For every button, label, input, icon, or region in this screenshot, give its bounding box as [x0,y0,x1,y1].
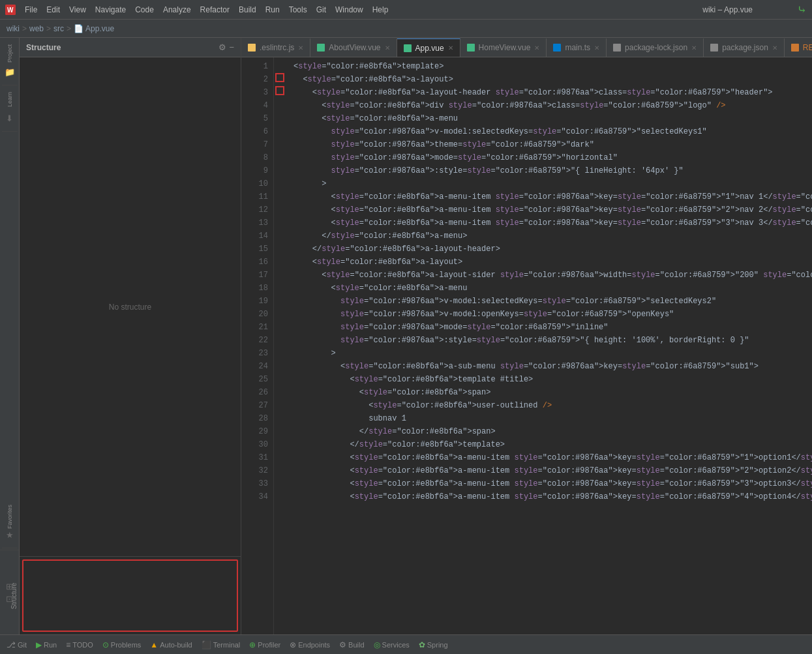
structure-title: Structure [26,43,61,52]
favorites-label: Favorites [7,505,13,529]
tab-icon-aboutview [317,44,325,52]
bottom-profiler[interactable]: ⊕ Profiler [245,639,284,651]
structure-bottom-section: Structure [20,556,241,634]
close-tab-packagejson[interactable]: ✕ [772,44,777,52]
project-section: Project 📁 [2,40,18,85]
close-tab-maints[interactable]: ✕ [594,44,599,52]
run-icon: ▶ [36,640,42,649]
tab-icon-packagejson [710,44,718,52]
tab-appvue[interactable]: App.vue ✕ [397,38,460,57]
settings-icon[interactable]: ⚙ [218,42,226,52]
menu-analyze[interactable]: Analyze [159,4,195,16]
bottom-bar: ⎇ Git ▶ Run ≡ TODO ⊙ Problems ▲ Auto-bui… [0,634,812,654]
tab-homeview[interactable]: HomeView.vue ✕ [460,38,547,57]
close-tab-appvue[interactable]: ✕ [448,44,453,52]
tab-readme[interactable]: README.md ✕ [785,38,812,57]
endpoints-icon: ⊗ [290,640,296,649]
learn-icon[interactable]: ⬇ [2,110,18,126]
close-tab-eslintrc[interactable]: ✕ [298,44,303,52]
tab-icon-readme [791,44,799,52]
folder-icon[interactable]: 📁 [2,64,18,80]
todo-icon: ≡ [66,640,70,649]
menu-help[interactable]: Help [368,4,393,16]
structure-header: Structure ⚙ − [20,38,241,57]
project-label: Project [7,44,13,63]
editor-area: .eslintrc.js ✕ AboutView.vue ✕ App.vue ✕… [241,38,812,634]
bottom-git[interactable]: ⎇ Git [3,639,31,651]
star-icon[interactable]: ★ [2,527,18,543]
spring-icon: ✿ [419,640,425,649]
gutter-marker-3[interactable] [275,86,284,95]
menu-window[interactable]: Window [331,4,367,16]
learn-section: Learn ⬇ [2,87,18,132]
git-icon: ⎇ [7,640,16,649]
menu-bar: File Edit View Navigate Code Analyze Ref… [21,4,697,16]
bottom-autobuild[interactable]: ▲ Auto-build [146,639,196,651]
structure-panel: Structure ⚙ − No structure Structure [20,38,241,634]
menu-file[interactable]: File [21,4,41,16]
window-title: wiki – App.vue [702,5,753,14]
bottom-todo[interactable]: ≡ TODO [62,639,97,651]
autobuild-icon: ▲ [150,640,158,649]
project-icon[interactable]: Project [2,46,18,61]
breadcrumb-part-wiki[interactable]: wiki [7,24,20,33]
bottom-problems[interactable]: ⊙ Problems [98,639,145,651]
bottom-run[interactable]: ▶ Run [32,639,61,651]
close-tab-packagelock[interactable]: ✕ [691,44,697,52]
menu-run[interactable]: Run [262,4,284,16]
tab-icon-maints [553,44,561,52]
favorites-section: Favorites ★ [2,503,18,548]
tab-icon-appvue [404,44,412,52]
tab-maints[interactable]: main.ts ✕ [547,38,607,57]
title-bar: W File Edit View Navigate Code Analyze R… [0,0,812,20]
code-content[interactable]: <style="color:#e8bf6a">template> <style=… [287,57,812,634]
tab-aboutview[interactable]: AboutView.vue ✕ [310,38,397,57]
breadcrumb-sep-3: > [67,24,71,33]
tab-icon-eslintrc [248,44,256,52]
menu-code[interactable]: Code [131,4,158,16]
bottom-spring[interactable]: ✿ Spring [415,639,452,651]
tabs-bar: .eslintrc.js ✕ AboutView.vue ✕ App.vue ✕… [241,38,812,57]
bottom-build[interactable]: ⚙ Build [335,639,368,651]
tab-packagejson[interactable]: package.json ✕ [704,38,785,57]
breadcrumb: wiki > web > src > 📄App.vue [0,20,812,38]
code-editor[interactable]: 1234567891011121314151617181920212223242… [241,57,812,634]
bottom-terminal[interactable]: ⬛ Terminal [198,639,245,651]
structure-bottom-border: Structure [22,559,238,632]
bottom-endpoints[interactable]: ⊗ Endpoints [286,639,334,651]
profiler-icon: ⊕ [249,640,256,649]
app-logo: W [5,5,16,15]
services-icon: ◎ [374,640,380,649]
breadcrumb-part-file[interactable]: 📄App.vue [74,24,114,33]
breadcrumb-sep-1: > [22,24,27,33]
structure-side-label: Structure [10,582,18,609]
close-tab-aboutview[interactable]: ✕ [385,44,390,52]
line-numbers: 1234567891011121314151617181920212223242… [241,57,274,634]
go-to-icon[interactable]: ⤷ [797,3,807,17]
tab-packagelock[interactable]: package-lock.json ✕ [607,38,704,57]
breadcrumb-part-src[interactable]: src [53,24,64,33]
learn-label: Learn [7,92,13,107]
problems-icon: ⊙ [102,640,109,649]
left-sidebar: Project 📁 Learn ⬇ Favorites ★ ⊞ ⊡ [0,38,20,634]
menu-navigate[interactable]: Navigate [91,4,130,16]
structure-actions: ⚙ − [218,42,234,52]
bottom-services[interactable]: ◎ Services [370,639,414,651]
minimize-icon[interactable]: − [229,42,234,52]
menu-tools[interactable]: Tools [285,4,311,16]
favorites-label-icon[interactable]: Favorites [2,509,18,524]
gutter-marker-2[interactable] [275,73,284,82]
tab-eslintrc[interactable]: .eslintrc.js ✕ [241,38,310,57]
title-actions: ⤷ [797,3,807,17]
breadcrumb-part-web[interactable]: web [29,24,44,33]
menu-edit[interactable]: Edit [42,4,64,16]
menu-build[interactable]: Build [235,4,260,16]
menu-refactor[interactable]: Refactor [196,4,233,16]
svg-text:W: W [7,7,14,14]
menu-view[interactable]: View [65,4,90,16]
close-tab-homeview[interactable]: ✕ [534,44,539,52]
menu-git[interactable]: Git [312,4,330,16]
learn-label-icon[interactable]: Learn [2,92,18,108]
tab-icon-homeview [467,44,475,52]
tab-icon-packagelock [613,44,621,52]
